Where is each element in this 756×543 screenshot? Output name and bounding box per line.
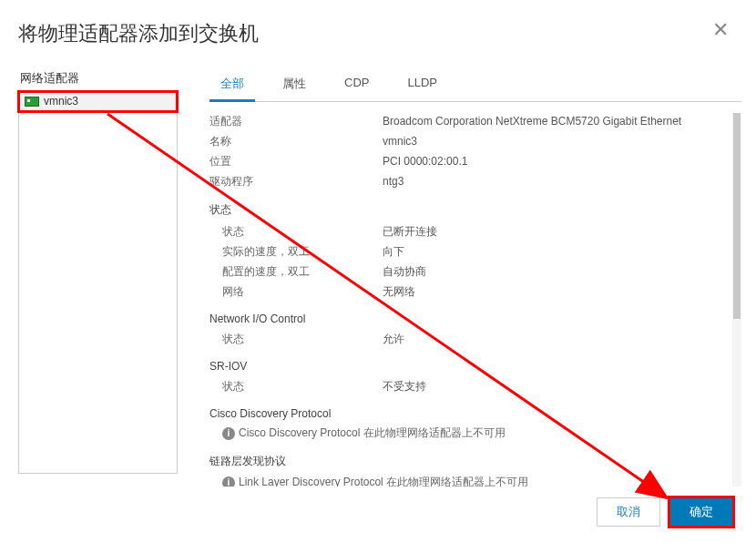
ok-button[interactable]: 确定 [669, 497, 733, 527]
info-icon: i [222, 476, 235, 487]
prop-networks: 网络 无网络 [222, 283, 725, 300]
prop-adapter: 适配器 Broadcom Corporation NetXtreme BCM57… [209, 113, 725, 129]
prop-value: 向下 [383, 243, 725, 260]
prop-value: 不受支持 [383, 378, 725, 394]
dialog-footer: 取消 确定 [0, 487, 756, 543]
section-sriov: SR-IOV [209, 360, 725, 373]
prop-driver: 驱动程序 ntg3 [209, 173, 725, 190]
dialog-body: 网络适配器 vmnic3 全部 属性 CDP LLDP [0, 56, 756, 487]
section-lldp: 链路层发现协议 [209, 454, 725, 469]
scrollbar-thumb[interactable] [733, 113, 741, 319]
prop-label: 驱动程序 [209, 173, 383, 190]
prop-label: 配置的速度，双工 [222, 263, 383, 280]
prop-label: 名称 [209, 133, 383, 149]
adapter-item-vmnic3[interactable]: vmnic3 [19, 92, 177, 111]
section-nioc: Network I/O Control [209, 312, 725, 325]
dialog-header: 将物理适配器添加到交换机 ✕ [0, 0, 756, 56]
scrollbar-track[interactable] [732, 113, 741, 487]
prop-label: 网络 [222, 283, 383, 300]
adapter-item-label: vmnic3 [44, 95, 78, 108]
prop-nioc-status: 状态 允许 [222, 331, 725, 347]
prop-label: 状态 [222, 378, 383, 394]
prop-value: Broadcom Corporation NetXtreme BCM5720 G… [383, 113, 725, 129]
prop-value: vmnic3 [383, 133, 725, 149]
close-icon: ✕ [712, 18, 729, 41]
prop-value: ntg3 [383, 173, 725, 190]
prop-label: 位置 [209, 153, 383, 169]
adapter-list[interactable]: vmnic3 [18, 91, 178, 474]
lldp-info-text: Link Layer Discovery Protocol 在此物理网络适配器上… [239, 475, 528, 487]
tab-attributes[interactable]: 属性 [271, 70, 317, 101]
nic-icon [25, 97, 39, 107]
cdp-info-row: i Cisco Discovery Protocol 在此物理网络适配器上不可用 [209, 425, 725, 441]
prop-status: 状态 已断开连接 [222, 223, 725, 240]
left-panel: 网络适配器 vmnic3 [0, 56, 182, 487]
tab-all[interactable]: 全部 [209, 70, 255, 102]
prop-config-speed: 配置的速度，双工 自动协商 [222, 263, 725, 280]
prop-label: 状态 [222, 331, 383, 347]
prop-name: 名称 vmnic3 [209, 133, 725, 149]
prop-location: 位置 PCI 0000:02:00.1 [209, 153, 725, 169]
tab-cdp[interactable]: CDP [333, 70, 380, 101]
prop-value: 无网络 [383, 283, 725, 300]
prop-label: 状态 [222, 223, 383, 240]
prop-label: 适配器 [209, 113, 383, 129]
section-cdp: Cisco Discovery Protocol [209, 407, 725, 420]
dialog-root: 将物理适配器添加到交换机 ✕ 网络适配器 vmnic3 全部 属性 CDP LL… [0, 0, 756, 543]
cancel-button[interactable]: 取消 [597, 497, 660, 527]
tab-bar: 全部 属性 CDP LLDP [209, 70, 741, 102]
info-icon: i [222, 427, 235, 440]
dialog-title: 将物理适配器添加到交换机 [18, 20, 259, 47]
prop-value: 允许 [383, 331, 725, 347]
tab-content[interactable]: 适配器 Broadcom Corporation NetXtreme BCM57… [209, 113, 741, 487]
lldp-info-row: i Link Layer Discovery Protocol 在此物理网络适配… [209, 475, 725, 487]
prop-sriov-status: 状态 不受支持 [222, 378, 725, 394]
prop-value: 自动协商 [383, 263, 725, 280]
cdp-info-text: Cisco Discovery Protocol 在此物理网络适配器上不可用 [239, 425, 506, 441]
right-panel: 全部 属性 CDP LLDP 适配器 Broadcom Corporation … [182, 56, 756, 487]
prop-value: 已断开连接 [383, 223, 725, 240]
close-button[interactable]: ✕ [708, 20, 733, 40]
prop-value: PCI 0000:02:00.1 [383, 153, 725, 169]
prop-actual-speed: 实际的速度，双工 向下 [222, 243, 725, 260]
tab-lldp[interactable]: LLDP [396, 70, 448, 101]
prop-label: 实际的速度，双工 [222, 243, 383, 260]
section-status: 状态 [209, 202, 725, 218]
adapter-list-heading: 网络适配器 [18, 70, 182, 87]
